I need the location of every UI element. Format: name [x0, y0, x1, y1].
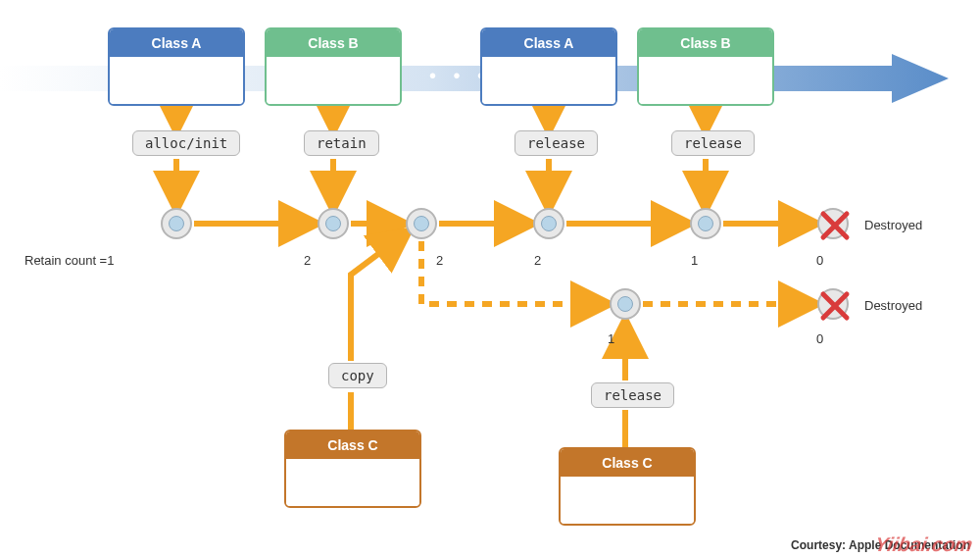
class-header: Class B [267, 29, 400, 57]
retain-node-5 [690, 208, 721, 239]
class-a-1: Class A [108, 27, 245, 106]
op-release-1: release [514, 130, 598, 156]
class-header: Class C [286, 431, 419, 459]
destroyed-node-2 [817, 288, 849, 320]
class-c-2: Class C [559, 447, 696, 526]
class-a-2: Class A [480, 27, 617, 106]
class-header: Class C [561, 449, 694, 477]
count-2c: 2 [534, 253, 541, 268]
destroyed-label-2: Destroyed [864, 298, 922, 313]
class-b-1: Class B [265, 27, 402, 106]
retain-node-copy-1 [610, 288, 641, 320]
retain-count-label: Retain count =1 [24, 253, 114, 268]
count-2b: 2 [436, 253, 443, 268]
destroyed-label-1: Destroyed [864, 218, 922, 232]
op-release-3: release [591, 382, 674, 408]
class-header: Class A [110, 29, 243, 57]
op-copy: copy [328, 363, 387, 388]
op-release-2: release [671, 130, 755, 156]
count-0b: 0 [816, 331, 823, 346]
class-header: Class B [639, 29, 772, 57]
watermark: Yiibai.com [873, 533, 974, 556]
retain-node-3 [406, 208, 437, 239]
destroyed-node-1 [817, 208, 849, 239]
count-1a: 1 [691, 253, 698, 268]
retain-node-4 [533, 208, 564, 239]
retain-node-1 [161, 208, 192, 239]
op-alloc-init: alloc/init [132, 130, 240, 156]
count-1b: 1 [608, 331, 614, 346]
class-c-1: Class C [284, 430, 421, 508]
retain-node-2 [318, 208, 349, 239]
class-header: Class A [482, 29, 615, 57]
op-retain: retain [304, 130, 379, 156]
class-b-2: Class B [637, 27, 774, 106]
diagram-canvas: Class A Class B • • • Class A Class B al… [0, 0, 980, 558]
count-2a: 2 [304, 253, 311, 268]
count-0a: 0 [816, 253, 823, 268]
